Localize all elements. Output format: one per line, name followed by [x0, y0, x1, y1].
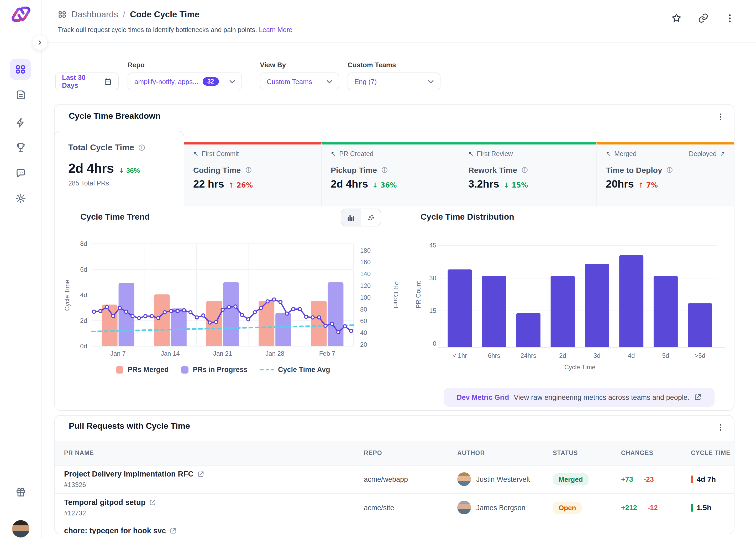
sidebar-item-feedback[interactable]	[10, 162, 31, 183]
cycle-time-breakdown-card: Cycle Time Breakdown Total Cycle Time 2d…	[54, 104, 734, 411]
app-logo-icon[interactable]	[11, 5, 31, 23]
column-header[interactable]: PR NAME	[64, 450, 94, 456]
stage-metric-label: Pickup Time	[331, 166, 377, 175]
total-cycle-time-tab[interactable]: Total Cycle Time 2d 4hrs ↓ 36% 285 Total…	[54, 131, 184, 207]
pr-name[interactable]: Temporal gitpod setup	[64, 498, 156, 507]
stage-metric-label: Coding Time	[193, 166, 241, 175]
svg-text:30: 30	[429, 275, 436, 282]
stage-metric-value: 20hrs↑ 7%	[606, 178, 725, 190]
stage-metric-label: Rework Time	[468, 166, 517, 175]
pr-repo: acme/webapp	[364, 465, 408, 493]
pr-changes: +73-23	[621, 465, 654, 493]
bar-chart-toggle-button[interactable]	[341, 209, 361, 226]
pr-table-menu-button[interactable]	[714, 421, 727, 433]
info-icon[interactable]	[245, 167, 252, 173]
repo-filter-dropdown[interactable]: amplify-notify, apps... 32	[127, 73, 242, 90]
external-link-icon[interactable]	[149, 499, 156, 506]
svg-text:6hrs: 6hrs	[488, 352, 500, 359]
stage-value-text: 20hrs	[606, 178, 634, 190]
info-icon[interactable]	[381, 167, 388, 173]
link-icon[interactable]	[698, 13, 709, 24]
svg-text:20: 20	[360, 341, 367, 348]
external-link-icon[interactable]	[169, 527, 176, 534]
additions-count: +212	[621, 504, 637, 511]
legend-label: PRs Merged	[127, 366, 168, 374]
column-header[interactable]: CHANGES	[621, 450, 653, 456]
sidebar-item-automations[interactable]	[10, 112, 31, 133]
author-name: James Bergson	[476, 504, 526, 511]
scatter-chart-toggle-button[interactable]	[361, 209, 381, 226]
sidebar-collapse-button[interactable]	[32, 35, 47, 50]
legend-item[interactable]: PRs Merged	[116, 366, 168, 374]
breadcrumb-dashboards[interactable]: Dashboards	[71, 10, 118, 20]
pr-name[interactable]: Project Delivery Implmentation RFC	[64, 470, 204, 478]
cycle-time-value: 1.5h	[697, 503, 711, 512]
pr-cycle-time: 1.5h	[691, 493, 711, 522]
table-row[interactable]: chore: typegen for hook svc	[55, 522, 734, 534]
legend-color-chip	[116, 366, 123, 373]
info-icon[interactable]	[138, 144, 145, 151]
kebab-menu-icon[interactable]	[725, 13, 735, 24]
breakdown-menu-button[interactable]	[714, 110, 727, 123]
star-icon[interactable]	[671, 13, 682, 24]
arrow-up-left-icon: ↖	[606, 150, 611, 158]
page-title: Code Cycle Time	[130, 10, 200, 20]
svg-text:15: 15	[429, 307, 436, 314]
column-header[interactable]: AUTHOR	[457, 450, 485, 456]
column-header[interactable]: CYCLE TIME	[691, 450, 731, 456]
screen: Dashboards / Code Cycle Time Track oull …	[0, 0, 756, 538]
chevron-down-icon	[327, 80, 332, 83]
learn-more-link[interactable]: Learn More	[259, 26, 292, 34]
distribution-chart-title: Cycle Time Distribution	[420, 212, 514, 222]
gift-icon	[15, 486, 26, 497]
pr-status-cell	[553, 522, 582, 534]
trend-down-icon: ↓	[118, 167, 124, 175]
sidebar-item-goals[interactable]	[10, 136, 31, 158]
stage-value-text: 3.2hrs	[468, 178, 499, 190]
external-link-icon[interactable]	[694, 394, 701, 401]
svg-text:Jan 21: Jan 21	[213, 350, 232, 357]
column-header[interactable]: STATUS	[553, 450, 578, 456]
stage-corner-labels: ↖MergedDeployed ↗	[606, 150, 725, 158]
pr-name[interactable]: chore: typegen for hook svc	[64, 526, 176, 534]
sidebar-item-rewards[interactable]	[10, 481, 31, 502]
date-range-button[interactable]: Last 30 Days	[55, 73, 118, 90]
pr-status-cell: Open	[553, 493, 582, 522]
user-avatar[interactable]	[12, 520, 29, 537]
external-link-icon[interactable]	[197, 470, 204, 477]
chevron-right-icon	[37, 39, 43, 46]
dashboards-grid-icon	[58, 10, 67, 19]
table-row[interactable]: Project Delivery Implmentation RFC#13326…	[55, 465, 734, 494]
svg-text:< 1hr: < 1hr	[452, 352, 467, 359]
svg-text:45: 45	[429, 242, 436, 249]
table-row[interactable]: Temporal gitpod setup#12732acme/siteJame…	[55, 493, 734, 522]
sidebar-item-settings[interactable]	[10, 188, 31, 209]
cycle-time-trend-chart[interactable]: 0d2d4d6d8d20406080100120140160180Jan 7Ja…	[61, 236, 407, 365]
bar-chart-icon	[347, 214, 355, 221]
breakdown-stage[interactable]: ↖PR CreatedPickup Time2d 4hrs↓ 36%	[321, 142, 459, 206]
info-icon[interactable]	[667, 167, 673, 173]
breakdown-stage[interactable]: ↖First CommitCoding Time22 hrs↑ 26%	[184, 142, 321, 206]
dev-metric-grid-link[interactable]: Dev Metric Grid	[457, 393, 509, 401]
sidebar-item-dashboards[interactable]	[10, 59, 31, 80]
svg-text:2d: 2d	[559, 352, 566, 359]
stage-metric-name: Rework Time	[468, 166, 588, 175]
teams-dropdown[interactable]: Eng (7)	[348, 73, 441, 90]
stage-start-label: First Review	[477, 150, 513, 158]
legend-item[interactable]: Cycle Time Avg	[260, 366, 330, 374]
column-header[interactable]: REPO	[364, 450, 382, 456]
stage-start-label: Merged	[614, 150, 637, 158]
breakdown-stage[interactable]: ↖MergedDeployed ↗Time to Deploy20hrs↑ 7%	[596, 142, 734, 206]
stage-start-label: First Commit	[202, 150, 239, 158]
sidebar-item-reports[interactable]	[10, 84, 31, 105]
trend-chart-title: Cycle Time Trend	[80, 212, 150, 222]
breakdown-stage[interactable]: ↖First ReviewRework Time3.2hrs↓ 15%	[459, 142, 596, 206]
pr-repo: acme/site	[364, 493, 394, 522]
total-delta: ↓ 36%	[118, 167, 140, 175]
cycle-time-distribution-chart[interactable]: 0153045< 1hr6hrs24hrs2d3d4d5d>5dCycle Ti…	[415, 236, 741, 371]
svg-text:Jan 14: Jan 14	[161, 350, 180, 357]
legend-item[interactable]: PRs in Progress	[181, 366, 248, 374]
info-icon[interactable]	[521, 167, 528, 173]
chart-type-toggle	[341, 209, 381, 227]
view-by-dropdown[interactable]: Custom Teams	[260, 73, 339, 90]
